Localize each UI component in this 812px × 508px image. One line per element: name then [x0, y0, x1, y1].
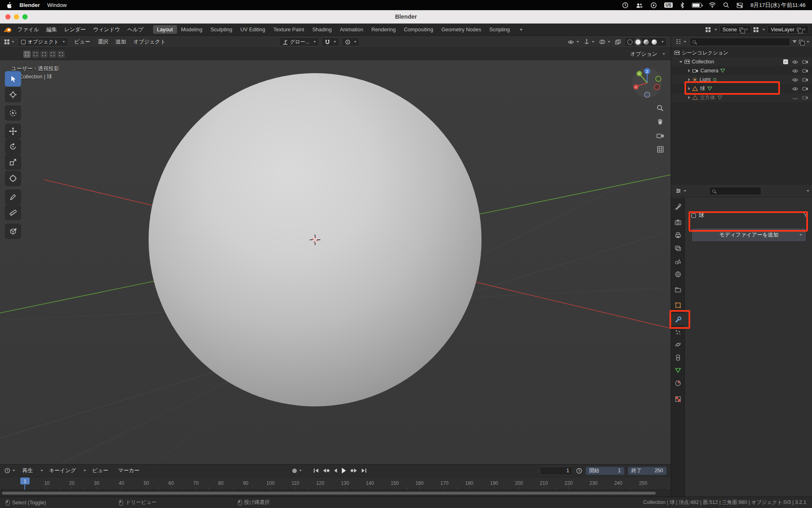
annotate-tool[interactable] — [5, 189, 21, 205]
next-keyframe-button[interactable] — [349, 466, 359, 475]
workspace-tab[interactable]: Scripting — [485, 25, 514, 34]
tab-material[interactable] — [673, 378, 683, 388]
select-mode-intersect-button[interactable] — [58, 51, 65, 58]
add-workspace-button[interactable]: + — [520, 26, 523, 33]
tab-object-data[interactable] — [673, 365, 683, 375]
mode-dropdown[interactable]: オブジェクト — [18, 37, 68, 46]
viewport-menu-item[interactable]: ビュー — [71, 38, 94, 46]
workspace-tab[interactable]: Shading — [308, 25, 336, 34]
hide-in-viewport-icon[interactable] — [792, 87, 798, 91]
bluetooth-icon[interactable] — [680, 2, 685, 9]
proportional-edit-button[interactable] — [342, 37, 360, 46]
timeline-playback-menu[interactable]: 再生 — [19, 467, 37, 474]
snap-toggle-button[interactable] — [322, 37, 339, 46]
jump-to-end-button[interactable] — [360, 466, 368, 475]
outliner-row-light[interactable]: Light — [671, 75, 812, 84]
jump-to-start-button[interactable] — [312, 466, 320, 475]
rotate-tool[interactable] — [5, 139, 21, 154]
playhead-marker[interactable]: 1 — [20, 478, 30, 484]
outliner-row-cube[interactable]: 立方体 — [671, 93, 812, 102]
expand-icon[interactable] — [688, 69, 690, 72]
select-mode-new-button[interactable] — [24, 51, 30, 58]
workspace-tab[interactable]: Compositing — [400, 25, 437, 34]
timeline-ruler[interactable]: 1020304050607080901001101201301401501601… — [0, 477, 671, 490]
zoom-view-button[interactable] — [654, 102, 666, 114]
workspace-tab[interactable]: Layout — [153, 25, 177, 34]
tab-view-layer[interactable] — [673, 243, 683, 253]
toggle-orthographic-button[interactable] — [654, 143, 666, 155]
outliner-row-sphere[interactable]: 球 — [671, 84, 812, 93]
hidden-in-viewport-icon[interactable] — [792, 96, 798, 100]
material-preview-shading-button[interactable] — [644, 39, 649, 45]
remove-viewlayer-icon[interactable]: × — [803, 27, 806, 32]
workspace-tab[interactable]: Texture Paint — [269, 25, 308, 34]
expand-icon[interactable] — [688, 87, 690, 90]
disable-in-renders-icon[interactable] — [802, 78, 808, 82]
hide-in-viewport-icon[interactable] — [792, 69, 798, 73]
unlink-scene-icon[interactable]: × — [745, 27, 748, 32]
scene-browse-chevron-icon[interactable] — [715, 29, 717, 30]
topbar-menu-item[interactable]: ファイル — [14, 26, 43, 33]
disable-in-renders-icon[interactable] — [802, 69, 808, 73]
topbar-menu-item[interactable]: ヘルプ — [124, 26, 147, 33]
select-mode-subtract-button[interactable] — [41, 51, 48, 58]
viewport-3d[interactable]: ユーザー・透視投影 (1) Collection | 球 — [0, 60, 671, 464]
expand-icon[interactable] — [688, 96, 690, 99]
outliner-row-scene-collection[interactable]: シーンコレクション — [671, 48, 812, 57]
macos-app-menu[interactable]: Blender — [19, 2, 40, 8]
disable-in-renders-icon[interactable] — [802, 96, 808, 100]
play-button[interactable] — [340, 466, 348, 475]
frame-start-field[interactable]: 開始1 — [585, 467, 624, 475]
outliner-editor-type-button[interactable] — [674, 39, 687, 44]
camera-view-button[interactable] — [654, 130, 666, 141]
new-scene-icon[interactable] — [739, 28, 743, 31]
transform-tool[interactable] — [5, 171, 21, 186]
editor-type-button[interactable] — [3, 39, 15, 44]
play-status-icon[interactable] — [650, 2, 657, 9]
properties-editor-type-button[interactable] — [674, 188, 687, 193]
apple-menu-icon[interactable] — [6, 2, 12, 9]
time-machine-icon[interactable] — [622, 2, 628, 9]
disable-in-renders-icon[interactable] — [802, 87, 808, 91]
scale-tool[interactable] — [5, 154, 21, 170]
pan-view-button[interactable] — [654, 116, 666, 127]
previous-keyframe-button[interactable] — [321, 466, 331, 475]
menubar-datetime[interactable]: 8月17日(水) 午前11:46 — [750, 2, 806, 9]
frame-end-field[interactable]: 終了250 — [628, 467, 667, 475]
wireframe-shading-button[interactable] — [627, 39, 633, 45]
add-modifier-button[interactable]: モディファイアーを追加 — [691, 228, 806, 242]
play-reverse-button[interactable] — [332, 466, 339, 475]
auto-keying-button[interactable] — [290, 466, 304, 475]
workspace-tab[interactable]: Rendering — [367, 25, 400, 34]
viewlayer-browse-icon[interactable] — [754, 27, 758, 32]
select-mode-extend-button[interactable] — [32, 51, 39, 58]
tab-modifiers[interactable] — [673, 315, 683, 324]
properties-options-chevron-icon[interactable] — [807, 190, 809, 192]
tab-render[interactable] — [673, 217, 683, 227]
scene-selector[interactable]: Scene × — [719, 25, 752, 34]
navigation-gizmo[interactable]: Z X Y — [631, 67, 663, 99]
topbar-menu-item[interactable]: レンダー — [60, 26, 89, 33]
timeline-marker-menu[interactable]: マーカー — [114, 467, 143, 474]
select-box-tool[interactable] — [5, 71, 21, 87]
collapse-icon[interactable] — [679, 61, 682, 63]
timeline-keying-menu[interactable]: キーイング — [45, 467, 80, 474]
timeline-track[interactable] — [0, 490, 671, 497]
outliner-row-camera[interactable]: Camera — [671, 66, 812, 75]
show-gizmo-button[interactable] — [583, 39, 596, 45]
snap-options-chevron-icon[interactable] — [334, 41, 336, 43]
move-tool[interactable] — [5, 124, 21, 139]
macos-window-menu[interactable]: Window — [47, 2, 67, 8]
screen-sharing-icon[interactable] — [636, 2, 643, 8]
timeline-view-menu[interactable]: ビュー — [89, 467, 112, 474]
viewport-menu-item[interactable]: 追加 — [112, 38, 130, 46]
collection-checkbox[interactable]: ✓ — [783, 59, 788, 64]
current-frame-field[interactable]: 1 — [540, 467, 573, 475]
expand-icon[interactable] — [688, 78, 690, 81]
viewport-options-dropdown[interactable]: オプション — [626, 50, 661, 58]
viewlayer-selector[interactable]: ViewLayer × — [767, 25, 809, 34]
tab-output[interactable] — [673, 230, 683, 240]
wifi-icon[interactable] — [709, 2, 716, 8]
select-circle-tool[interactable] — [5, 105, 21, 121]
timeline-editor-type-button[interactable] — [3, 468, 16, 473]
